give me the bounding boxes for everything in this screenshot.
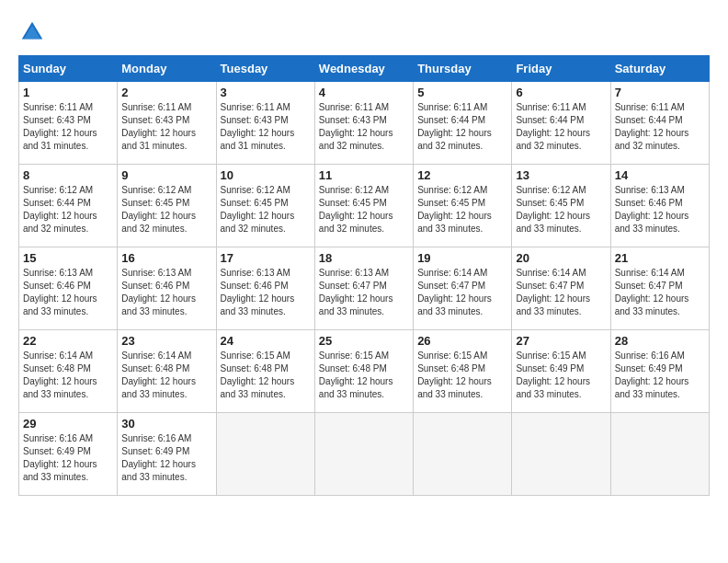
day-number: 7 [615,86,705,99]
day-number: 3 [221,86,311,99]
day-info: Sunrise: 6:15 AMSunset: 6:49 PMDaylight:… [516,350,606,401]
calendar-day-cell: 3Sunrise: 6:11 AMSunset: 6:43 PMDaylight… [216,82,314,165]
day-info: Sunrise: 6:13 AMSunset: 6:46 PMDaylight:… [221,267,311,318]
calendar-week-row: 1Sunrise: 6:11 AMSunset: 6:43 PMDaylight… [19,82,710,165]
day-number: 28 [615,334,705,348]
calendar-day-cell: 7Sunrise: 6:11 AMSunset: 6:44 PMDaylight… [610,82,709,165]
day-number: 17 [221,251,311,265]
day-number: 23 [121,334,211,348]
day-number: 11 [319,168,409,182]
calendar-day-cell [314,413,413,496]
day-info: Sunrise: 6:14 AMSunset: 6:48 PMDaylight:… [23,350,113,401]
calendar-day-cell [512,413,610,496]
day-info: Sunrise: 6:12 AMSunset: 6:45 PMDaylight:… [516,184,606,236]
day-number: 24 [221,334,311,348]
calendar-day-cell: 8Sunrise: 6:12 AMSunset: 6:44 PMDaylight… [19,165,118,247]
day-info: Sunrise: 6:14 AMSunset: 6:48 PMDaylight:… [121,350,211,401]
page-header [18,18,710,46]
calendar-day-cell: 22Sunrise: 6:14 AMSunset: 6:48 PMDayligh… [19,330,118,413]
day-number: 10 [221,168,311,182]
calendar-day-cell [216,413,314,496]
weekday-header-row: SundayMondayTuesdayWednesdayThursdayFrid… [19,56,710,82]
day-number: 2 [121,86,211,99]
day-info: Sunrise: 6:11 AMSunset: 6:43 PMDaylight:… [221,101,311,153]
day-info: Sunrise: 6:11 AMSunset: 6:43 PMDaylight:… [121,101,211,153]
calendar-table: SundayMondayTuesdayWednesdayThursdayFrid… [18,55,710,496]
day-info: Sunrise: 6:16 AMSunset: 6:49 PMDaylight:… [615,350,705,401]
calendar-day-cell: 30Sunrise: 6:16 AMSunset: 6:49 PMDayligh… [118,413,216,496]
day-info: Sunrise: 6:11 AMSunset: 6:44 PMDaylight:… [417,101,507,153]
day-info: Sunrise: 6:11 AMSunset: 6:44 PMDaylight:… [516,101,606,153]
day-number: 8 [23,168,113,182]
day-info: Sunrise: 6:16 AMSunset: 6:49 PMDaylight:… [121,432,211,484]
calendar-day-cell: 25Sunrise: 6:15 AMSunset: 6:48 PMDayligh… [314,330,413,413]
logo-icon [18,18,46,46]
day-info: Sunrise: 6:13 AMSunset: 6:46 PMDaylight:… [23,267,113,318]
day-number: 22 [23,334,113,348]
day-number: 12 [417,168,507,182]
day-info: Sunrise: 6:13 AMSunset: 6:47 PMDaylight:… [319,267,409,318]
day-number: 13 [516,168,606,182]
calendar-day-cell: 14Sunrise: 6:13 AMSunset: 6:46 PMDayligh… [610,165,709,247]
day-info: Sunrise: 6:15 AMSunset: 6:48 PMDaylight:… [417,350,507,401]
day-info: Sunrise: 6:11 AMSunset: 6:44 PMDaylight:… [615,101,705,153]
day-info: Sunrise: 6:15 AMSunset: 6:48 PMDaylight:… [221,350,311,401]
calendar-day-cell [414,413,512,496]
day-number: 26 [417,334,507,348]
calendar-day-cell: 4Sunrise: 6:11 AMSunset: 6:43 PMDaylight… [314,82,413,165]
calendar-day-cell: 26Sunrise: 6:15 AMSunset: 6:48 PMDayligh… [414,330,512,413]
day-info: Sunrise: 6:15 AMSunset: 6:48 PMDaylight:… [319,350,409,401]
weekday-header-saturday: Saturday [610,56,709,82]
day-info: Sunrise: 6:14 AMSunset: 6:47 PMDaylight:… [417,267,507,318]
calendar-day-cell: 15Sunrise: 6:13 AMSunset: 6:46 PMDayligh… [19,247,118,330]
calendar-day-cell [610,413,709,496]
calendar-day-cell: 27Sunrise: 6:15 AMSunset: 6:49 PMDayligh… [512,330,610,413]
calendar-day-cell: 2Sunrise: 6:11 AMSunset: 6:43 PMDaylight… [118,82,216,165]
day-number: 1 [23,86,113,99]
calendar-day-cell: 6Sunrise: 6:11 AMSunset: 6:44 PMDaylight… [512,82,610,165]
calendar-week-row: 29Sunrise: 6:16 AMSunset: 6:49 PMDayligh… [19,413,710,496]
day-info: Sunrise: 6:12 AMSunset: 6:45 PMDaylight:… [319,184,409,236]
calendar-day-cell: 10Sunrise: 6:12 AMSunset: 6:45 PMDayligh… [216,165,314,247]
day-info: Sunrise: 6:12 AMSunset: 6:45 PMDaylight:… [417,184,507,236]
day-info: Sunrise: 6:11 AMSunset: 6:43 PMDaylight:… [23,101,113,153]
logo [18,18,50,46]
calendar-day-cell: 1Sunrise: 6:11 AMSunset: 6:43 PMDaylight… [19,82,118,165]
day-info: Sunrise: 6:12 AMSunset: 6:44 PMDaylight:… [23,184,113,236]
calendar-day-cell: 20Sunrise: 6:14 AMSunset: 6:47 PMDayligh… [512,247,610,330]
calendar-week-row: 8Sunrise: 6:12 AMSunset: 6:44 PMDaylight… [19,165,710,247]
calendar-day-cell: 28Sunrise: 6:16 AMSunset: 6:49 PMDayligh… [610,330,709,413]
weekday-header-thursday: Thursday [414,56,512,82]
day-number: 25 [319,334,409,348]
day-info: Sunrise: 6:12 AMSunset: 6:45 PMDaylight:… [221,184,311,236]
calendar-day-cell: 16Sunrise: 6:13 AMSunset: 6:46 PMDayligh… [118,247,216,330]
day-info: Sunrise: 6:11 AMSunset: 6:43 PMDaylight:… [319,101,409,153]
calendar-day-cell: 9Sunrise: 6:12 AMSunset: 6:45 PMDaylight… [118,165,216,247]
calendar-day-cell: 24Sunrise: 6:15 AMSunset: 6:48 PMDayligh… [216,330,314,413]
weekday-header-friday: Friday [512,56,610,82]
day-number: 30 [121,417,211,431]
calendar-day-cell: 11Sunrise: 6:12 AMSunset: 6:45 PMDayligh… [314,165,413,247]
day-number: 6 [516,86,606,99]
weekday-header-monday: Monday [118,56,216,82]
day-number: 29 [23,417,113,431]
calendar-day-cell: 21Sunrise: 6:14 AMSunset: 6:47 PMDayligh… [610,247,709,330]
calendar-day-cell: 23Sunrise: 6:14 AMSunset: 6:48 PMDayligh… [118,330,216,413]
day-number: 15 [23,251,113,265]
day-info: Sunrise: 6:14 AMSunset: 6:47 PMDaylight:… [615,267,705,318]
calendar-week-row: 22Sunrise: 6:14 AMSunset: 6:48 PMDayligh… [19,330,710,413]
weekday-header-tuesday: Tuesday [216,56,314,82]
weekday-header-wednesday: Wednesday [314,56,413,82]
day-number: 16 [121,251,211,265]
day-info: Sunrise: 6:14 AMSunset: 6:47 PMDaylight:… [516,267,606,318]
day-number: 5 [417,86,507,99]
weekday-header-sunday: Sunday [19,56,118,82]
day-number: 18 [319,251,409,265]
day-number: 20 [516,251,606,265]
day-number: 21 [615,251,705,265]
calendar-day-cell: 5Sunrise: 6:11 AMSunset: 6:44 PMDaylight… [414,82,512,165]
calendar-day-cell: 12Sunrise: 6:12 AMSunset: 6:45 PMDayligh… [414,165,512,247]
calendar-day-cell: 19Sunrise: 6:14 AMSunset: 6:47 PMDayligh… [414,247,512,330]
day-number: 9 [121,168,211,182]
calendar-day-cell: 13Sunrise: 6:12 AMSunset: 6:45 PMDayligh… [512,165,610,247]
